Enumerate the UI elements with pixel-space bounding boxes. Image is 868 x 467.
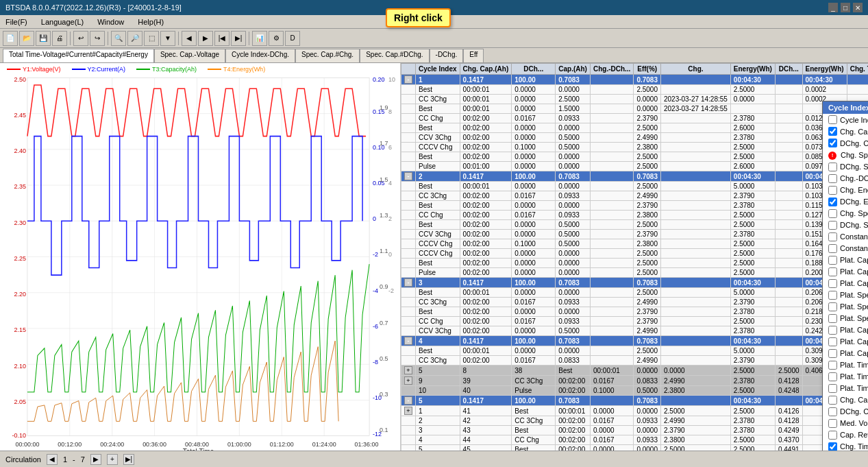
checkbox-plat-time3[interactable] — [828, 384, 837, 393]
col-cycle[interactable]: Cycle Index — [416, 64, 460, 75]
checkbox-chg-spec-energy[interactable] — [828, 209, 837, 218]
toolbar-print[interactable]: 🖨 — [52, 31, 67, 46]
checkbox-plat-cap2[interactable] — [828, 267, 837, 276]
minimize-button[interactable]: _ — [828, 3, 838, 12]
checkbox-chg-cap[interactable] — [828, 127, 837, 136]
maximize-button[interactable]: □ — [841, 3, 850, 12]
checkbox-cycle-index[interactable] — [828, 115, 837, 124]
menu-item-chg-energy[interactable]: Chg. Energy — [823, 184, 868, 196]
toolbar-first[interactable]: |◀ — [214, 31, 230, 46]
checkbox-plat-spec3[interactable] — [828, 314, 837, 323]
toolbar-select[interactable]: ⬚ — [144, 31, 159, 46]
menu-item-dchg-energy[interactable]: DChg. Energy — [823, 196, 868, 208]
checkbox-chg-dchg-eff[interactable] — [828, 174, 837, 183]
toolbar-redo[interactable]: ↪ — [90, 31, 105, 46]
data-table-container[interactable]: Cycle Index Chg. Cap.(Ah) DCh... Cap.(Ah… — [401, 63, 868, 451]
context-menu[interactable]: Cycle Index Cycle Index Chg. Cap. DChg. … — [822, 101, 868, 451]
checkbox-dchg-spec-energy[interactable] — [828, 221, 837, 230]
menu-item-dchg-capacitor[interactable]: DChg. Capacitor — [823, 406, 868, 418]
toolbar-prev[interactable]: ◀ — [182, 31, 197, 46]
checkbox-cap-retention[interactable] — [828, 431, 837, 440]
tab-5[interactable]: -DChg. — [430, 49, 464, 62]
menu-item-plat-cap2[interactable]: Plat. Cap.2 — [823, 266, 868, 278]
toolbar-settings[interactable]: ⚙ — [269, 31, 284, 46]
menu-item-cap-retention[interactable]: Cap. Retention — [823, 429, 868, 441]
checkbox-dchg-cap[interactable] — [828, 139, 837, 147]
page-nav-button[interactable]: ▶| — [123, 454, 134, 465]
menu-item-chg-time[interactable]: Chg. Time — [823, 441, 868, 451]
menu-item-plat-spec3[interactable]: Plat. Spec. Cap.3 — [823, 313, 868, 324]
menu-item-chg-dchg-eff[interactable]: Chg.-DChg. Eff — [823, 173, 868, 184]
menu-item-chg-cap[interactable]: Chg. Cap. — [823, 125, 868, 137]
checkbox-plat-time1[interactable] — [828, 361, 837, 370]
menu-item-chg-spec-energy[interactable]: Chg. Spec. Energy — [823, 208, 868, 219]
cycle-2-expand[interactable]: - — [401, 171, 416, 182]
toolbar-next[interactable]: ▶ — [198, 31, 213, 46]
menu-item-dchg-spec-cap[interactable]: DChg. Spec. Cap. — [823, 161, 868, 173]
checkbox-chg-energy[interactable] — [828, 186, 837, 195]
cycle-4-expand[interactable]: - — [401, 336, 416, 346]
close-button[interactable]: ✕ — [853, 3, 863, 12]
toolbar-filter[interactable]: ▼ — [160, 31, 175, 46]
checkbox-plat-time2[interactable] — [828, 372, 837, 381]
col-chg-time[interactable]: Chg. Time — [847, 64, 868, 75]
menu-item-med-volt[interactable]: Med. Volt. — [823, 418, 868, 429]
checkbox-plat-cap3[interactable] — [828, 279, 837, 288]
cycle-1-expand[interactable]: - — [401, 75, 416, 85]
menu-item-plat-spec2[interactable]: Plat. Spec. Cap.2 — [823, 301, 868, 313]
menu-item-plat-time3[interactable]: Plat. Time3 — [823, 383, 868, 394]
menu-file[interactable]: File(F) — [3, 16, 30, 27]
tab-3[interactable]: Spec. Cap.#Chg. — [295, 49, 360, 62]
menu-item-plat-cap3[interactable]: Plat. Cap.3 — [823, 278, 868, 289]
col-d-energy[interactable]: Energy(Wh) — [802, 64, 847, 75]
toolbar-export[interactable]: 📊 — [252, 31, 267, 46]
checkbox-plat-spec2[interactable] — [828, 302, 837, 311]
menu-item-chg-spec-cap[interactable]: ! Chg. Spec. Cap. — [823, 149, 868, 161]
checkbox-chg-capacitor[interactable] — [828, 396, 837, 405]
toolbar-last[interactable]: ▶| — [231, 31, 246, 46]
menu-item-plat-time2[interactable]: Plat. Time2 — [823, 371, 868, 383]
toolbar-open[interactable]: 📂 — [19, 31, 34, 46]
col-eff[interactable]: Eff(%) — [634, 64, 661, 75]
checkbox-dchg-energy[interactable] — [828, 197, 837, 206]
toolbar-undo[interactable]: ↩ — [73, 31, 88, 46]
col-dchg[interactable]: DCh... — [512, 64, 556, 75]
checkbox-dchg-capacitor[interactable] — [828, 407, 837, 416]
col-energy-wh[interactable]: Energy(Wh) — [730, 64, 775, 75]
page-prev-button[interactable]: ◀ — [47, 454, 58, 465]
menu-item-plat-cap1[interactable]: Plat. Cap.1 — [823, 254, 868, 266]
menu-item-dchg-spec-energy[interactable]: DChg. Spec. Energy — [823, 219, 868, 231]
toolbar-zoom-out[interactable]: 🔎 — [127, 31, 142, 46]
checkbox-plat-eff2[interactable] — [828, 337, 837, 346]
checkbox-plat-eff1[interactable] — [828, 326, 837, 335]
menu-item-const-ratio[interactable]: Constant Curr. Chg. Ratio — [823, 231, 868, 243]
checkbox-plat-cap1[interactable] — [828, 256, 837, 265]
page-add-button[interactable]: + — [107, 454, 118, 465]
page-next-button[interactable]: ▶ — [90, 454, 101, 465]
menu-item-plat-eff3[interactable]: Plat. Cap. Eff.3 — [823, 348, 868, 359]
tab-6[interactable]: Eff — [463, 49, 484, 62]
col-cap[interactable]: Cap.(Ah) — [556, 64, 591, 75]
checkbox-dchg-spec-cap[interactable] — [828, 163, 837, 171]
menu-item-const-cap[interactable]: Constant Curr. Chg. Cap. — [823, 243, 868, 254]
tab-4[interactable]: Spec. Cap.#DChg. — [360, 49, 429, 62]
menu-item-plat-time1[interactable]: Plat. Time1 — [823, 359, 868, 371]
col-chg-dchg[interactable]: Chg.-DCh... — [590, 64, 633, 75]
col-dchg-energy[interactable]: DCh... — [775, 64, 802, 75]
menu-item-dchg-cap[interactable]: DChg. Cap. — [823, 137, 868, 149]
menu-window[interactable]: Window — [95, 16, 127, 27]
menu-help[interactable]: Help(H) — [135, 16, 166, 27]
tab-2[interactable]: Cycle Index-DChg. — [225, 49, 295, 62]
checkbox-med-volt[interactable] — [828, 419, 837, 428]
checkbox-plat-eff3[interactable] — [828, 349, 837, 358]
checkbox-plat-spec1[interactable] — [828, 291, 837, 300]
checkbox-const-ratio[interactable] — [828, 232, 837, 241]
col-chg-cap[interactable]: Chg. Cap.(Ah) — [460, 64, 512, 75]
toolbar-save[interactable]: 💾 — [36, 31, 51, 46]
tab-1[interactable]: Spec. Cap.-Voltage — [154, 49, 225, 62]
toolbar-D[interactable]: D — [285, 31, 300, 46]
menu-item-cycle-index[interactable]: Cycle Index — [823, 114, 868, 125]
menu-item-plat-eff1[interactable]: Plat. Cap. Eff.1 — [823, 324, 868, 336]
col-chg-energy[interactable]: Chg. — [660, 64, 730, 75]
menu-item-plat-spec1[interactable]: Plat. Spec. Cap.1 — [823, 289, 868, 301]
